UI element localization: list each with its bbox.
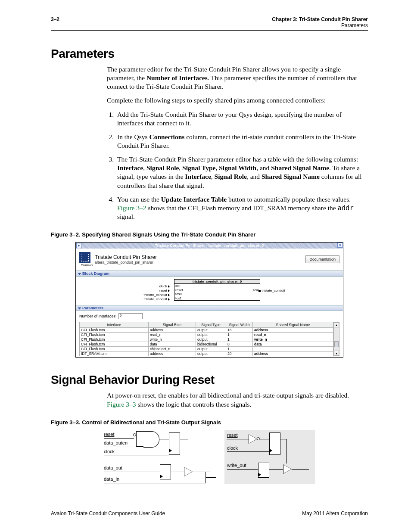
- figure-3-2-caption: Figure 3–2. Specifying Shared Signals Us…: [51, 231, 368, 238]
- label-data-in: data_in: [104, 476, 119, 482]
- scroll-up-icon[interactable]: ▲: [334, 322, 339, 327]
- figure-3-3-caption: Figure 3–3. Control of Bidirectional and…: [51, 419, 368, 426]
- block-diagram-area: clock reset tristate_conduit tristate_co…: [76, 277, 343, 305]
- window-titlebar[interactable]: ▾ Tristate Conduit Pin Sharer - tristate…: [76, 243, 343, 249]
- step-2: In the Qsys Connections column, connect …: [115, 133, 368, 150]
- table-row[interactable]: CFI_Flash.tcmwrite_noutput1write_n: [80, 337, 333, 342]
- step-4: You can use the Update Interface Table b…: [115, 195, 368, 221]
- page-number: 3–2: [51, 16, 59, 22]
- block-diagram-box: tristate_conduit_pin_sharer_0 clk resett…: [174, 279, 260, 301]
- block-diagram-section-bar[interactable]: Block Diagram: [76, 271, 343, 277]
- section-heading-parameters: Parameters: [51, 47, 368, 61]
- col-signal-role: Signal Role: [149, 322, 196, 328]
- label-clock-r: clock: [227, 445, 238, 451]
- section-heading-reset: Signal Behavior During Reset: [51, 373, 368, 387]
- close-icon[interactable]: ✕: [337, 243, 342, 248]
- table-row[interactable]: CFI_Flash.tcmdatabidirectional8data: [80, 342, 333, 347]
- figure-3-3-link[interactable]: Figure 3–3: [107, 401, 136, 408]
- table-row[interactable]: CFI_Flash.tcmread_noutput1read_n: [80, 333, 333, 337]
- para-reset: At power-on reset, the enables for all b…: [107, 391, 368, 408]
- table-row[interactable]: CFI_Flash.tcmaddressoutput18address: [80, 328, 333, 333]
- label-reset-r: reset: [227, 432, 237, 438]
- megacore-logo-caption: MegaCore: [79, 264, 95, 266]
- col-signal-type: Signal Type: [196, 322, 226, 328]
- table-row[interactable]: CFI_Flash.tcmchipselect_noutput1: [80, 347, 333, 352]
- label-data-out: data_out: [104, 465, 122, 470]
- window-title: Tristate Conduit Pin Sharer - tristate_c…: [76, 243, 343, 248]
- label-reset: reset: [104, 432, 114, 437]
- chevron-down-icon: [78, 273, 81, 275]
- label-data-outen: data_outen: [104, 440, 128, 445]
- col-signal-width: Signal Width: [226, 322, 253, 328]
- logic-diagram: reset data_outen clock data_out data_in: [104, 430, 315, 490]
- step-3: The Tri-State Conduit Pin Sharer paramet…: [115, 155, 368, 190]
- para-steps-intro: Complete the following steps to specify …: [107, 96, 368, 105]
- chapter-subtitle: Parameters: [341, 22, 368, 28]
- signal-table[interactable]: Interface Signal Role Signal Type Signal…: [79, 322, 333, 356]
- label-clock: clock: [104, 449, 115, 454]
- table-row[interactable]: IDT_SRAM.tcmaddressoutput20address: [80, 352, 333, 356]
- label-write-out: write_out: [227, 463, 246, 468]
- parameters-section-bar[interactable]: Parameters: [76, 305, 343, 311]
- chevron-down-icon: [78, 308, 81, 310]
- table-scrollbar[interactable]: ▲ ▼: [333, 322, 339, 356]
- num-interfaces-input[interactable]: 2: [118, 313, 143, 319]
- pin-sharer-window: ▾ Tristate Conduit Pin Sharer - tristate…: [75, 242, 343, 358]
- col-interface: Interface: [80, 322, 149, 328]
- chapter-title: Chapter 3: Tri-State Conduit Pin Sharer: [272, 16, 368, 22]
- header-rule: [51, 30, 368, 31]
- step-1: Add the Tri-State Conduit Pin Sharer to …: [115, 110, 368, 128]
- component-title: Tristate Conduit Pin Sharer: [95, 254, 157, 260]
- num-interfaces-label: Number of Interfaces:: [79, 314, 117, 318]
- documentation-button[interactable]: Documentation: [305, 255, 339, 263]
- scroll-thumb[interactable]: [334, 341, 339, 347]
- figure-3-2-link[interactable]: Figure 3–2: [117, 204, 146, 212]
- col-shared-signal-name: Shared Signal Name: [253, 322, 333, 328]
- component-subtitle: altera_tristate_conduit_pin_sharer: [95, 260, 157, 264]
- scroll-down-icon[interactable]: ▼: [334, 351, 339, 356]
- footer-left: Avalon Tri-State Conduit Components User…: [51, 510, 165, 516]
- footer-right: May 2011 Altera Corporation: [302, 510, 368, 516]
- megacore-logo-icon: [79, 252, 90, 263]
- para-intro: The parameter editor for the Tri-State C…: [107, 65, 368, 91]
